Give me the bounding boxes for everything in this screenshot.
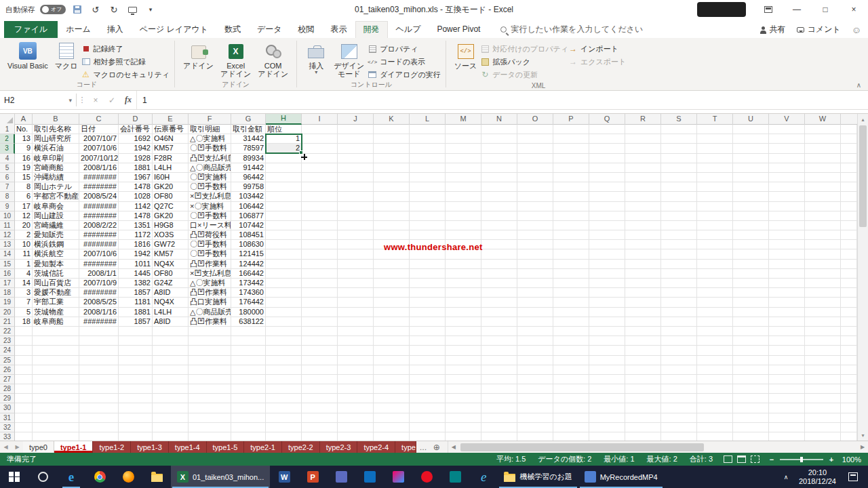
cell-J30[interactable] [338, 403, 374, 413]
cell-O6[interactable] [517, 173, 553, 182]
cell-Q22[interactable] [589, 327, 625, 336]
taskbar-folder-window-button[interactable]: 機械学習のお題 [498, 466, 578, 488]
tray-expand-icon[interactable]: ∧ [778, 474, 793, 481]
cell-E27[interactable] [153, 375, 189, 384]
status-mode[interactable]: 準備完了 [0, 454, 37, 464]
cell-A26[interactable] [15, 365, 33, 375]
cell-K1[interactable] [374, 125, 410, 134]
cell-U12[interactable] [733, 230, 769, 240]
cell-L26[interactable] [410, 365, 446, 375]
cell-T32[interactable] [697, 423, 733, 432]
cell-B9[interactable]: 岐阜商会 [33, 202, 79, 211]
cell-B15[interactable]: 愛知製本 [33, 260, 79, 269]
cell-D31[interactable] [119, 413, 153, 423]
cell-O29[interactable] [517, 394, 553, 403]
cell-G12[interactable]: 108451 [231, 230, 266, 240]
cell-W30[interactable] [805, 403, 841, 413]
cell-L31[interactable] [410, 413, 446, 423]
sheet-tab-type0[interactable]: type0 [23, 441, 54, 453]
cell-V32[interactable] [769, 423, 805, 432]
cell-B13[interactable]: 横浜鉄鋼 [33, 240, 79, 249]
cell-P32[interactable] [553, 423, 589, 432]
cell-M23[interactable] [446, 336, 481, 346]
cell-O27[interactable] [517, 375, 553, 384]
cell-M15[interactable] [446, 260, 481, 269]
cell-C25[interactable] [79, 356, 119, 365]
ribbon-tab-2[interactable]: ページ レイアウト [132, 21, 216, 38]
cell-W17[interactable] [805, 279, 841, 288]
cell-R16[interactable] [625, 269, 661, 279]
cell-D26[interactable] [119, 365, 153, 375]
cell-B27[interactable] [33, 375, 79, 384]
ribbon-tab-8[interactable]: ヘルプ [388, 21, 429, 38]
cell-H32[interactable] [266, 423, 302, 432]
cell-H15[interactable] [266, 260, 302, 269]
cell-D8[interactable]: 1028 [119, 192, 153, 201]
cell-L20[interactable] [410, 308, 446, 317]
cell-A3[interactable]: 9 [15, 144, 33, 153]
cell-A33[interactable] [15, 432, 33, 441]
cell-B23[interactable] [33, 336, 79, 346]
cell-Q1[interactable] [589, 125, 625, 134]
cell-K5[interactable] [374, 163, 410, 173]
cell-V11[interactable] [769, 221, 805, 230]
cell-A15[interactable]: 1 [15, 260, 33, 269]
cell-O23[interactable] [517, 336, 553, 346]
cell-G1[interactable]: 取引金額 [231, 125, 266, 134]
cell-L7[interactable] [410, 182, 446, 192]
cell-U15[interactable] [733, 260, 769, 269]
cell-V10[interactable] [769, 211, 805, 221]
cell-L12[interactable] [410, 230, 446, 240]
cell-D12[interactable]: 1172 [119, 230, 153, 240]
comments-button[interactable]: コメント [797, 24, 841, 35]
cell-N1[interactable] [481, 125, 517, 134]
cell-O24[interactable] [517, 346, 553, 355]
column-header-P[interactable]: P [553, 114, 589, 125]
cell-M6[interactable] [446, 173, 481, 182]
cell-G2[interactable]: 31442 [231, 134, 266, 144]
cell-Q10[interactable] [589, 211, 625, 221]
cell-O11[interactable] [517, 221, 553, 230]
cell-E16[interactable]: OF80 [153, 269, 189, 279]
cell-U24[interactable] [733, 346, 769, 355]
cell-T2[interactable] [697, 134, 733, 144]
cell-K27[interactable] [374, 375, 410, 384]
redo-button[interactable]: ↻ [107, 3, 121, 16]
status-stat[interactable]: 平均: 1.5 [496, 454, 526, 464]
taskbar-ie-button[interactable]: e [469, 466, 498, 488]
cell-F31[interactable] [189, 413, 231, 423]
cell-U16[interactable] [733, 269, 769, 279]
cell-G9[interactable]: 106442 [231, 202, 266, 211]
cell-U18[interactable] [733, 288, 769, 298]
cell-J31[interactable] [338, 413, 374, 423]
cell-J15[interactable] [338, 260, 374, 269]
cell-C2[interactable]: 2007/10/7 [79, 134, 119, 144]
taskbar-recorder-window-button[interactable]: MyRecordedMP4 [578, 466, 664, 488]
cell-J10[interactable] [338, 211, 374, 221]
cell-L21[interactable] [410, 317, 446, 327]
cell-P5[interactable] [553, 163, 589, 173]
cell-B32[interactable] [33, 423, 79, 432]
cell-P11[interactable] [553, 221, 589, 230]
cell-A24[interactable] [15, 346, 33, 355]
cell-U8[interactable] [733, 192, 769, 201]
column-header-N[interactable]: N [481, 114, 517, 125]
cell-V7[interactable] [769, 182, 805, 192]
cell-T25[interactable] [697, 356, 733, 365]
column-header-K[interactable]: K [374, 114, 410, 125]
row-header-17[interactable]: 17 [0, 279, 15, 288]
cell-F14[interactable]: 〇凹手数料 [189, 249, 231, 259]
cell-W1[interactable] [805, 125, 841, 134]
cell-A14[interactable]: 11 [15, 249, 33, 259]
cell-D1[interactable]: 会計番号 [119, 125, 153, 134]
cell-W26[interactable] [805, 365, 841, 375]
cell-G24[interactable] [231, 346, 266, 355]
cell-I13[interactable] [302, 240, 338, 249]
cell-R6[interactable] [625, 173, 661, 182]
cell-M9[interactable] [446, 202, 481, 211]
cell-W2[interactable] [805, 134, 841, 144]
cell-V18[interactable] [769, 288, 805, 298]
cell-Q33[interactable] [589, 432, 625, 441]
cell-W8[interactable] [805, 192, 841, 201]
cell-P12[interactable] [553, 230, 589, 240]
